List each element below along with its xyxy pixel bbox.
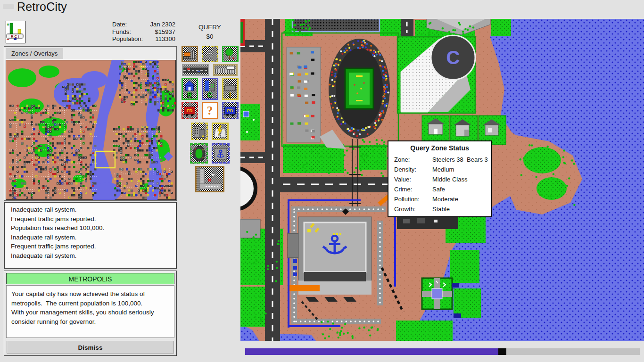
svg-text:R C I: R C I: [11, 34, 19, 39]
office-buildings-icon: [203, 80, 217, 92]
scrollbar-thumb[interactable]: [498, 348, 506, 355]
log-message: Population has reached 100,000.: [11, 223, 176, 233]
residential-letter: R: [183, 91, 197, 99]
query-row-label: Value:: [394, 174, 432, 184]
minimap[interactable]: [6, 60, 176, 200]
police-dept-icon: PD: [223, 103, 237, 118]
fire-dept-tool-button[interactable]: FD: [182, 102, 198, 119]
stadium-tool-button[interactable]: [190, 143, 208, 164]
residential-tool-button[interactable]: R: [182, 78, 198, 100]
commercial-letter: C: [203, 91, 217, 99]
scrollbar-fill[interactable]: [245, 348, 498, 355]
tool-palette: QUERY $0: [179, 19, 240, 198]
fountain-park: [422, 278, 452, 309]
industrial-tile: [397, 216, 458, 229]
status-readout: Date: Jan 2302 Funds: $15937 Population:…: [112, 21, 175, 43]
industrial-tool-button[interactable]: I: [222, 78, 239, 100]
date-value: Jan 2302: [150, 21, 176, 28]
rail-tool-button[interactable]: [213, 64, 238, 76]
rci-gauge-icon: + R C I −: [6, 21, 24, 42]
bulldozer-tool-button[interactable]: [182, 46, 198, 62]
zones-overlays-panel: Zones / Overlays: [4, 46, 177, 201]
funds-value: $15937: [155, 28, 175, 36]
svg-text:PD: PD: [227, 108, 233, 113]
log-message: Frequent traffic jams reported.: [11, 214, 176, 224]
road-icon: [183, 66, 208, 74]
query-row-value: Steelers 38 Bears 3: [432, 155, 491, 165]
tree-icon: [223, 47, 237, 61]
commercial-tool-button[interactable]: C: [202, 78, 218, 100]
crane-arm: [289, 285, 320, 291]
log-message: Frequent traffic jams reported.: [11, 242, 176, 251]
metropolis-message: Your capital city has now achieved the s…: [6, 285, 174, 338]
seaport-anchor-icon: [213, 145, 228, 162]
query-row-label: Zone:: [394, 155, 432, 165]
metropolis-banner: METROPOLIS: [6, 273, 174, 284]
airport-icon: [197, 167, 223, 191]
svg-text:FD: FD: [187, 108, 193, 113]
population-label: Population:: [112, 35, 143, 43]
svg-text:−: −: [7, 37, 9, 42]
query-row-label: Crime:: [394, 184, 432, 194]
log-message: Inadequate rail system.: [11, 251, 176, 261]
metropolis-paragraph: Your capital city has now achieved the s…: [11, 289, 169, 308]
population-value: 113300: [156, 35, 175, 43]
query-row-label: Density:: [394, 165, 432, 174]
rail-icon: [215, 66, 236, 74]
industrial-letter: I: [223, 91, 237, 99]
metropolis-paragraph: With your management skills, you should …: [11, 308, 169, 326]
dismiss-button[interactable]: Dismiss: [7, 341, 174, 354]
power-lines-icon: [203, 47, 217, 61]
query-zone-status-popup: Query Zone Status Zone:Steelers 38 Bears…: [388, 140, 492, 217]
query-row-value: Stable: [432, 204, 491, 214]
horizontal-scrollbar[interactable]: [245, 348, 640, 355]
factory-icon: [223, 80, 237, 92]
app-title: RetroCity: [17, 0, 67, 14]
bulldozer-icon: [183, 47, 197, 61]
query-row-label: Pollution:: [394, 194, 432, 204]
selected-tool-name: QUERY: [179, 23, 240, 32]
log-message: Inadequate rail system.: [11, 233, 176, 242]
police-dept-tool-button[interactable]: PD: [222, 102, 239, 119]
seaport-tool-button[interactable]: [212, 143, 230, 164]
power-plant-icon: [192, 124, 206, 139]
question-mark-icon: ?: [203, 103, 217, 118]
selected-tool-cost: $0: [179, 32, 240, 41]
rci-demand-indicator[interactable]: + R C I −: [6, 21, 25, 43]
nuclear-plant-icon: [213, 124, 228, 139]
house-icon: [183, 80, 197, 92]
funds-label: Funds:: [112, 28, 131, 36]
popup-title: Query Zone Status: [388, 144, 491, 152]
svg-text:+: +: [7, 22, 9, 27]
metropolis-dialog: METROPOLIS Your capital city has now ach…: [4, 271, 177, 356]
stadium-icon: [192, 145, 206, 162]
nuclear-plant-tool-button[interactable]: [212, 123, 229, 140]
power-lines-tool-button[interactable]: [202, 46, 218, 62]
message-log: Inadequate rail system. Frequent traffic…: [4, 202, 177, 269]
query-tool-button[interactable]: ?: [202, 102, 218, 119]
log-message: Inadequate rail system.: [11, 205, 176, 214]
selected-tool-caption: QUERY $0: [179, 23, 240, 41]
query-row-value: Safe: [432, 184, 491, 194]
commercial-tower: C: [397, 35, 475, 113]
airport-tool-button[interactable]: [195, 166, 224, 192]
menu-icon[interactable]: [3, 4, 14, 9]
query-row-value: Middle Class: [432, 174, 491, 184]
fire-dept-icon: FD: [183, 103, 197, 118]
zones-overlays-button[interactable]: Zones / Overlays: [6, 48, 63, 59]
date-label: Date:: [112, 21, 127, 28]
park-tool-button[interactable]: [222, 46, 239, 62]
query-row-value: Medium: [432, 165, 491, 174]
query-row-value: Moderate: [432, 194, 491, 204]
road-tool-button[interactable]: [182, 64, 209, 76]
query-row-label: Growth:: [394, 204, 432, 214]
power-plant-tool-button[interactable]: [191, 123, 208, 140]
tower-letter: C: [446, 47, 460, 68]
